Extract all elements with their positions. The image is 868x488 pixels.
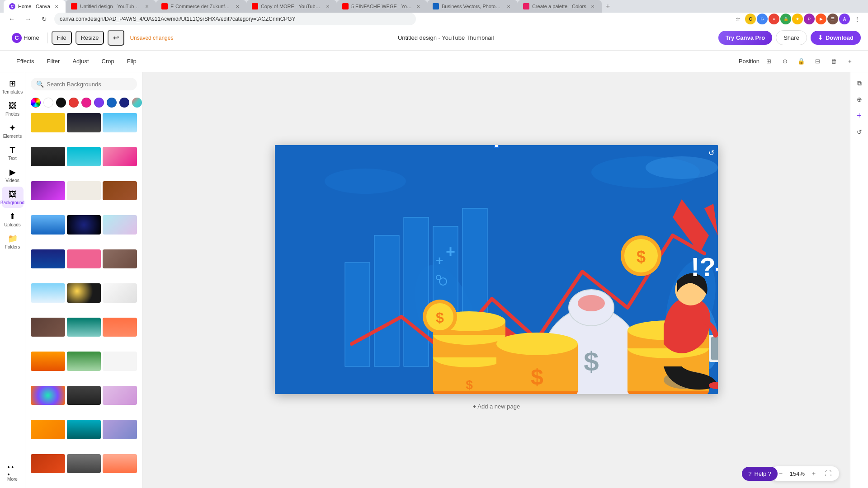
flip-button[interactable]: Flip [122,55,142,67]
forward-button[interactable]: → [22,13,34,25]
refresh-canvas-button[interactable]: ↺ [852,125,867,139]
tab-close-home[interactable]: ✕ [53,3,60,10]
help-button[interactable]: ? Help ? [742,467,778,481]
bg-thumb-20[interactable] [67,318,101,337]
bg-thumb-19[interactable] [31,318,65,337]
duplicate-button[interactable]: ⊕ [852,92,867,107]
tab-close-palette[interactable]: ✕ [589,3,596,10]
sidebar-item-templates[interactable]: ⊞ Templates [2,76,24,97]
browser-menu-btn[interactable]: ⋮ [852,14,863,24]
bg-thumb-27[interactable] [103,386,137,405]
grid-view-button[interactable]: ⊞ [761,54,776,69]
tab-more-copy[interactable]: Copy of MORE - YouTube Th... ✕ [246,0,337,13]
blue-swatch[interactable] [107,98,117,108]
bg-thumb-31[interactable] [31,454,65,474]
reload-button[interactable]: ↻ [38,13,51,25]
download-button[interactable]: ⬇ Download [811,31,861,45]
sidebar-item-elements[interactable]: ✦ Elements [2,120,24,141]
tab-ecommerce[interactable]: E-Commerce der Zukunft - T... ✕ [156,0,246,13]
sidebar-item-uploads[interactable]: ⬆ Uploads [2,209,24,230]
bg-thumb-32[interactable] [67,454,101,474]
bg-thumb-18[interactable] [103,283,137,303]
layer-button[interactable]: ⊟ [810,54,825,69]
browser-star-icon[interactable]: ☆ [732,14,743,24]
copy-element-button[interactable]: ⧉ [852,76,867,90]
bg-thumb-15[interactable] [103,249,137,269]
bg-thumb-24[interactable] [103,352,137,371]
copy-style-button[interactable]: ⊙ [778,54,792,69]
ext-icon-1[interactable]: C [745,14,756,24]
bg-thumb-9[interactable] [103,181,137,201]
tab-close-untitled[interactable]: ✕ [143,3,151,10]
tab-close-business[interactable]: ✕ [505,3,512,10]
back-button[interactable]: ← [5,13,18,25]
bg-thumb-22[interactable] [31,352,65,371]
bg-thumb-14[interactable] [67,249,101,269]
ext-icon-3[interactable]: ♦ [769,14,779,24]
sel-handle-refresh[interactable]: ↺ [708,149,714,157]
resize-button[interactable]: Resize [75,31,104,45]
bg-thumb-11[interactable] [67,215,101,235]
position-button[interactable]: Position [739,58,760,65]
file-button[interactable]: File [52,31,72,45]
tab-canva-home[interactable]: C Home - Canva ✕ [4,0,66,13]
tab-close-5wege[interactable]: ✕ [415,3,422,10]
sidebar-item-videos[interactable]: ▶ Videos [2,164,24,186]
purple-swatch[interactable] [94,98,104,108]
lock-button[interactable]: 🔒 [794,54,808,69]
white-swatch[interactable] [43,98,53,108]
ext-icon-7[interactable]: ▶ [816,14,826,24]
red-swatch[interactable] [69,98,79,108]
black-swatch[interactable] [56,98,66,108]
bg-thumb-6[interactable] [103,147,137,166]
sidebar-item-background[interactable]: 🖼 Background [2,187,24,208]
ext-icon-4[interactable]: 🔒 [780,14,791,24]
bg-thumb-2[interactable] [67,113,101,132]
filter-button[interactable]: Filter [42,55,66,67]
home-button[interactable]: C Home [7,30,44,46]
tab-close-more-copy[interactable]: ✕ [324,3,331,10]
bg-thumb-8[interactable] [67,181,101,201]
pink-swatch[interactable] [81,98,91,108]
more-colors-btn[interactable] [132,98,142,108]
bg-thumb-17[interactable] [67,283,101,303]
ext-icon-5[interactable]: ★ [792,14,803,24]
bg-thumb-4[interactable] [31,147,65,166]
bg-thumb-23[interactable] [67,352,101,371]
tab-untitled[interactable]: Untitled design - YouTube Th... ✕ [66,0,156,13]
sidebar-item-folders[interactable]: 📁 Folders [2,231,24,252]
bg-thumb-29[interactable] [67,420,101,439]
sel-handle-top[interactable] [494,145,499,148]
add-page-bar[interactable]: + Add a new page [275,398,718,416]
bg-thumb-16[interactable] [31,283,65,303]
trash-button[interactable]: 🗑 [826,54,841,69]
darkblue-swatch[interactable] [119,98,129,108]
tab-business[interactable]: Business Vectors, Photos and... ✕ [427,0,518,13]
tab-5-wege[interactable]: 5 EINFACHE WEGE - YouTub... ✕ [337,0,427,13]
more-options-button[interactable]: + [843,54,857,69]
bg-thumb-12[interactable] [103,215,137,235]
bg-thumb-30[interactable] [103,420,137,439]
bg-thumb-10[interactable] [31,215,65,235]
ext-icon-6[interactable]: P [804,14,815,24]
sidebar-item-text[interactable]: T Text [2,142,24,164]
bg-thumb-21[interactable] [103,318,137,337]
crop-button[interactable]: Crop [96,55,120,67]
bg-thumb-5[interactable] [67,147,101,166]
bg-thumb-26[interactable] [67,386,101,405]
bg-thumb-7[interactable] [31,181,65,201]
sidebar-item-more[interactable]: • • • More [2,463,24,484]
share-button[interactable]: Share [776,30,807,45]
url-bar[interactable]: canva.com/design/DAD_P4WrS_4/OAs11Acwmdi… [54,13,416,25]
search-input[interactable] [47,81,132,88]
bg-thumb-3[interactable] [103,113,137,132]
effects-button[interactable]: Effects [11,55,40,67]
bg-thumb-1[interactable] [31,113,65,132]
adjust-button[interactable]: Adjust [67,55,94,67]
add-element-button[interactable]: + [852,108,867,123]
ext-icon-8[interactable]: ☰ [827,14,838,24]
zoom-in-button[interactable]: + [808,468,819,479]
sidebar-item-photos[interactable]: 🖼 Photos [2,98,24,119]
gradient-swatch[interactable] [31,98,41,108]
sel-handle-right[interactable] [715,267,718,272]
